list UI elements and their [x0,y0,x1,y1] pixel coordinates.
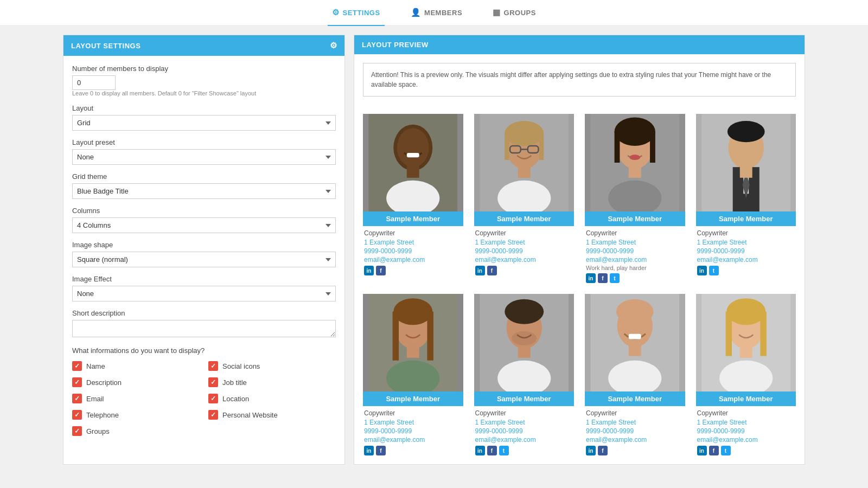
checkbox-personal-website[interactable]: Personal Website [208,410,336,420]
facebook-icon-3[interactable]: f [598,273,608,283]
nav-settings-label: SETTINGS [343,9,380,17]
member-1-phone[interactable]: 9999-0000-9999 [364,247,462,255]
member-4-role: Copywriter [697,229,795,237]
facebook-icon-7[interactable]: f [598,446,608,455]
member-8-email[interactable]: email@example.com [697,436,795,444]
member-6-address[interactable]: 1 Example Street [475,419,573,426]
checkbox-description[interactable]: Description [72,377,200,387]
checkbox-email-box[interactable] [72,394,82,403]
checkbox-job-title[interactable]: Job title [208,377,336,387]
image-effect-select[interactable]: None Zoom Fade [72,286,336,301]
svg-point-41 [505,299,544,324]
member-3-phone[interactable]: 9999-0000-9999 [586,247,684,255]
twitter-icon-3[interactable]: t [610,273,620,283]
nav-groups[interactable]: ▦ GROUPS [488,0,540,26]
layout-preview-header: LAYOUT PREVIEW [354,35,805,54]
facebook-icon-6[interactable]: f [487,446,497,455]
facebook-icon-8[interactable]: f [709,446,719,455]
svg-rect-38 [407,345,419,358]
member-1-email[interactable]: email@example.com [364,256,462,264]
member-2-phone[interactable]: 9999-0000-9999 [475,247,573,255]
checkbox-name-box[interactable] [72,361,82,371]
checkbox-location[interactable]: Location [208,394,336,403]
svg-rect-35 [393,312,399,361]
member-6-phone[interactable]: 9999-0000-9999 [475,427,573,435]
grid-theme-select[interactable]: Blue Badge Title None Classic [72,183,336,199]
member-3-address[interactable]: 1 Example Street [586,239,684,246]
checkbox-location-box[interactable] [208,394,218,403]
member-6-email[interactable]: email@example.com [475,436,573,444]
settings-gear-icon[interactable]: ⚙ [330,41,337,50]
checkbox-groups[interactable]: Groups [72,426,200,436]
checkbox-telephone-label: Telephone [86,411,119,419]
member-5-email[interactable]: email@example.com [364,436,462,444]
checkbox-description-box[interactable] [72,377,82,387]
member-card-2: Sample Member Copywriter 1 Example Stree… [474,114,575,283]
checkbox-social-icons-box[interactable] [208,361,218,371]
facebook-icon-1[interactable]: f [376,266,386,275]
facebook-icon-2[interactable]: f [487,266,497,275]
nav-settings[interactable]: ⚙ SETTINGS [328,0,385,26]
layout-select[interactable]: Grid List Filter Showcase [72,115,336,131]
num-members-input[interactable] [72,75,116,90]
svg-point-24 [629,155,640,160]
member-7-role: Copywriter [586,409,684,417]
checkbox-personal-website-box[interactable] [208,410,218,420]
member-8-address[interactable]: 1 Example Street [697,419,795,426]
linkedin-icon-3[interactable]: in [586,273,596,283]
image-effect-group: Image Effect None Zoom Fade [72,275,336,301]
checkbox-email[interactable]: Email [72,394,200,403]
layout-preset-select[interactable]: None [72,149,336,165]
member-1-address[interactable]: 1 Example Street [364,239,462,246]
member-4-phone[interactable]: 9999-0000-9999 [697,247,795,255]
avatar-7 [585,294,685,391]
member-7-phone[interactable]: 9999-0000-9999 [586,427,684,435]
member-2-email[interactable]: email@example.com [475,256,573,264]
image-shape-select[interactable]: Square (normal) Circle Rounded [72,252,336,267]
twitter-icon-6[interactable]: t [499,446,509,455]
linkedin-icon-1[interactable]: in [364,266,374,275]
linkedin-icon-5[interactable]: in [364,446,374,455]
twitter-icon-4[interactable]: t [709,266,719,275]
checkbox-name-label: Name [86,362,105,370]
checkbox-name[interactable]: Name [72,361,200,371]
member-4-address[interactable]: 1 Example Street [697,239,795,246]
columns-group: Columns 4 Columns 2 Columns 3 Columns 5 … [72,207,336,233]
linkedin-icon-4[interactable]: in [697,266,707,275]
member-4-email[interactable]: email@example.com [697,256,795,264]
member-3-email[interactable]: email@example.com [586,256,684,264]
image-shape-group: Image shape Square (normal) Circle Round… [72,241,336,267]
checkbox-location-label: Location [222,395,249,403]
member-2-address[interactable]: 1 Example Street [475,239,573,246]
nav-groups-label: GROUPS [504,9,536,17]
svg-rect-21 [650,132,655,163]
settings-icon: ⚙ [332,8,340,17]
linkedin-icon-6[interactable]: in [475,446,485,455]
member-5-address[interactable]: 1 Example Street [364,419,462,426]
facebook-icon-5[interactable]: f [376,446,386,455]
member-6-info: Copywriter 1 Example Street 9999-0000-99… [474,409,575,455]
member-7-address[interactable]: 1 Example Street [586,419,684,426]
twitter-icon-8[interactable]: t [721,446,731,455]
nav-members[interactable]: 👤 MEMBERS [406,0,467,26]
checkbox-groups-box[interactable] [72,426,82,436]
member-5-phone[interactable]: 9999-0000-9999 [364,427,462,435]
columns-select[interactable]: 4 Columns 2 Columns 3 Columns 5 Columns [72,217,336,233]
checkbox-telephone-box[interactable] [72,410,82,420]
checkbox-social-icons[interactable]: Social icons [208,361,336,371]
checkbox-telephone[interactable]: Telephone [72,410,200,420]
checkbox-job-title-box[interactable] [208,377,218,387]
member-8-socials: in f t [697,446,795,455]
member-card-4: Sample Member Copywriter 1 Example Stree… [696,114,796,283]
member-8-phone[interactable]: 9999-0000-9999 [697,427,795,435]
member-7-email[interactable]: email@example.com [586,436,684,444]
member-2-role: Copywriter [475,229,573,237]
linkedin-icon-7[interactable]: in [586,446,596,455]
svg-rect-10 [505,133,509,160]
short-desc-textarea[interactable] [72,320,336,337]
svg-rect-16 [518,165,530,178]
member-5-role: Copywriter [364,409,462,417]
columns-label: Columns [72,207,336,215]
linkedin-icon-2[interactable]: in [475,266,485,275]
linkedin-icon-8[interactable]: in [697,446,707,455]
